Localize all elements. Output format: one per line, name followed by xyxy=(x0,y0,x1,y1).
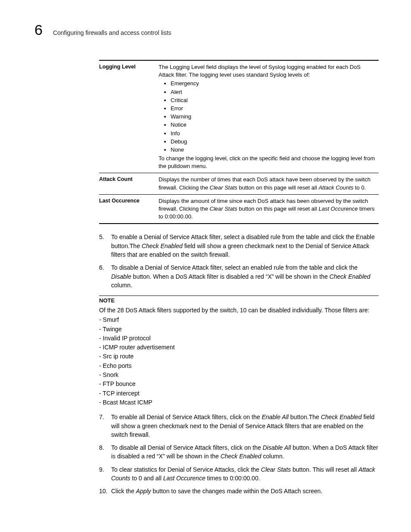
page: 6 Configuring firewalls and access contr… xyxy=(0,0,411,526)
step-item: 7. To enable all Denial of Service Attac… xyxy=(99,413,379,439)
list-item: Critical xyxy=(171,96,375,104)
text: button on this page will reset all xyxy=(237,184,319,191)
list-item: - Bcast Mcast ICMP xyxy=(99,398,379,407)
step-text: To clear statistics for Denial of Servic… xyxy=(111,465,379,483)
syslog-level-list: Emergency Alert Critical Error Warning N… xyxy=(171,80,375,154)
text: To disable a Denial of Service Attack fi… xyxy=(111,264,358,271)
list-item: - TCP intercept xyxy=(99,389,379,398)
step-number: 7. xyxy=(99,413,111,439)
text: column. xyxy=(262,453,284,460)
italic-text: Clear Stats xyxy=(210,205,237,212)
step-number: 10. xyxy=(99,487,111,495)
text: to 0. xyxy=(353,184,366,191)
note-rule xyxy=(99,296,379,296)
text: button on this page will reset all xyxy=(237,205,319,212)
step-number: 9. xyxy=(99,465,111,483)
italic-text: Check Enabled xyxy=(221,453,262,460)
step-item: 6. To disable a Denial of Service Attack… xyxy=(99,263,379,289)
italic-text: Enable All xyxy=(262,414,289,420)
step-item: 9. To clear statistics for Denial of Ser… xyxy=(99,465,379,483)
list-item: Debug xyxy=(171,138,375,146)
row-label: Attack Count xyxy=(99,173,159,194)
step-item: 5. To enable a Denial of Service Attack … xyxy=(99,233,379,259)
italic-text: Last Occurence xyxy=(163,475,206,482)
text: button.The xyxy=(289,414,321,420)
step-number: 5. xyxy=(99,233,111,259)
row-body: Displays the number of times that each D… xyxy=(159,173,379,194)
page-header: 6 Configuring firewalls and access contr… xyxy=(34,22,379,38)
italic-text: Check Enabled xyxy=(142,243,183,249)
steps-list-a: 5. To enable a Denial of Service Attack … xyxy=(99,233,379,289)
table-row: Last Occurence Displays the amount of ti… xyxy=(99,194,379,224)
text: column. xyxy=(111,282,132,289)
italic-text: Disable All xyxy=(263,444,291,451)
list-item: - Src ip route xyxy=(99,352,379,361)
list-item: - Twinge xyxy=(99,325,379,333)
list-item: - Smurf xyxy=(99,315,379,324)
text: Click the xyxy=(111,488,136,495)
step-number: 8. xyxy=(99,443,111,461)
note-intro: Of the 28 DoS Attack filters supported b… xyxy=(99,306,379,314)
row-label: Last Occurence xyxy=(99,194,159,224)
row-intro: The Logging Level field displays the lev… xyxy=(159,63,375,79)
note-list: - Smurf - Twinge - Invalid IP protocol -… xyxy=(99,315,379,407)
text: times to 0:00:00.00. xyxy=(206,475,260,482)
step-text: To disable a Denial of Service Attack fi… xyxy=(111,263,379,289)
italic-text: Attack Counts xyxy=(318,184,353,191)
note-block: NOTE Of the 28 DoS Attack filters suppor… xyxy=(99,296,379,407)
table-row: Logging Level The Logging Level field di… xyxy=(99,60,379,173)
table-row: Attack Count Displays the number of time… xyxy=(99,173,379,194)
text: to 0 and all xyxy=(130,475,163,482)
step-item: 10. Click the Apply button to save the c… xyxy=(99,487,379,495)
list-item: - Echo ports xyxy=(99,361,379,370)
row-body: The Logging Level field displays the lev… xyxy=(159,60,379,173)
steps-list-b: 7. To enable all Denial of Service Attac… xyxy=(99,413,379,495)
step-text: Click the Apply button to save the chang… xyxy=(111,487,379,495)
italic-text: Clear Stats xyxy=(210,184,237,191)
text: button. When a DoS Attack filter is disa… xyxy=(131,273,330,280)
italic-text: Disable xyxy=(111,273,131,280)
list-item: Warning xyxy=(171,113,375,121)
italic-text: Check Enabled xyxy=(321,414,362,420)
italic-text: Apply xyxy=(136,488,151,495)
row-outro: To change the logging level, click on th… xyxy=(159,155,375,170)
text: button. This will reset all xyxy=(291,466,358,473)
step-item: 8. To disable all Denial of Service Atta… xyxy=(99,443,379,461)
italic-text: Check Enabled xyxy=(330,273,371,280)
list-item: - ICMP router advertisement xyxy=(99,343,379,352)
step-text: To disable all Denial of Service Attack … xyxy=(111,443,379,461)
list-item: - FTP bounce xyxy=(99,380,379,388)
italic-text: Clear Stats xyxy=(261,466,291,473)
list-item: Emergency xyxy=(171,80,375,87)
list-item: Error xyxy=(171,105,375,112)
list-item: - Snork xyxy=(99,370,379,379)
step-text: To enable a Denial of Service Attack fil… xyxy=(111,233,379,259)
step-text: To enable all Denial of Service Attack f… xyxy=(111,413,379,439)
note-label: NOTE xyxy=(99,297,379,305)
step-number: 6. xyxy=(99,263,111,289)
definition-table: Logging Level The Logging Level field di… xyxy=(99,60,379,224)
page-title: Configuring firewalls and access control… xyxy=(53,29,171,36)
text: To disable all Denial of Service Attack … xyxy=(111,444,263,451)
list-item: Info xyxy=(171,130,375,137)
text: button to save the changes made within t… xyxy=(151,488,323,495)
row-label: Logging Level xyxy=(99,60,159,173)
list-item: - Invalid IP protocol xyxy=(99,334,379,342)
list-item: None xyxy=(171,146,375,154)
list-item: Notice xyxy=(171,121,375,129)
list-item: Alert xyxy=(171,88,375,96)
italic-text: Last Occurence xyxy=(318,205,358,212)
row-body: Displays the amount of time since each D… xyxy=(159,194,379,224)
chapter-number: 6 xyxy=(34,22,43,38)
text: To clear statistics for Denial of Servic… xyxy=(111,466,261,473)
content-area: Logging Level The Logging Level field di… xyxy=(99,60,379,496)
text: To enable all Denial of Service Attack f… xyxy=(111,414,262,420)
